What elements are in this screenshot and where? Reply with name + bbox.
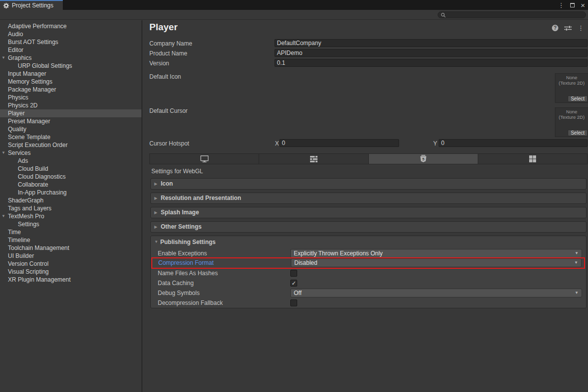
section-title: Icon <box>161 179 173 189</box>
sidebar-item-burst-aot-settings[interactable]: Burst AOT Settings <box>0 38 141 46</box>
sidebar-item-services[interactable]: ▼Services <box>0 149 141 157</box>
foldout-expanded-icon[interactable]: ▼ <box>1 54 5 62</box>
debug-symbols-dropdown[interactable]: Off▼ <box>290 289 582 297</box>
sidebar-item-version-control[interactable]: Version Control <box>0 260 141 268</box>
svg-text:5: 5 <box>422 157 424 161</box>
section-header-splash-image[interactable]: ▶Splash Image <box>150 207 587 218</box>
compression-format-dropdown[interactable]: Disabled▼ <box>291 258 582 267</box>
sidebar-item-audio[interactable]: Audio <box>0 30 141 38</box>
sidebar-item-visual-scripting[interactable]: Visual Scripting <box>0 268 141 276</box>
sidebar-item-physics-2d[interactable]: Physics 2D <box>0 101 141 109</box>
dropdown-value: Disabled <box>294 259 317 266</box>
sidebar-item-graphics[interactable]: ▼Graphics <box>0 54 141 62</box>
sidebar-item-time[interactable]: Time <box>0 228 141 236</box>
sidebar-item-label: XR Plugin Management <box>8 276 71 284</box>
maximize-icon[interactable] <box>570 3 575 7</box>
publishing-settings-header[interactable]: ▼ Publishing Settings <box>151 237 586 247</box>
sidebar-item-player[interactable]: Player <box>0 109 141 117</box>
presets-icon[interactable] <box>564 25 572 31</box>
sidebar-item-cloud-diagnostics[interactable]: Cloud Diagnostics <box>0 173 141 181</box>
sidebar-item-preset-manager[interactable]: Preset Manager <box>0 117 141 125</box>
webgl-html5-icon: 5 <box>420 155 427 163</box>
close-icon[interactable]: × <box>581 2 585 8</box>
sidebar-item-label: UI Builder <box>8 252 34 260</box>
sidebar-item-label: Audio <box>8 30 23 38</box>
page-title: Player <box>149 22 178 33</box>
default-icon-texture-slot[interactable]: None (Texture 2D) Select <box>555 73 588 103</box>
product-name-field[interactable]: APIDemo <box>274 49 588 57</box>
platform-tab-webgl-html5[interactable]: 5 <box>369 154 478 164</box>
hotspot-y-field[interactable]: 0 <box>439 139 588 147</box>
project-settings-window: Project Settings ⋮ × Adaptive Performanc… <box>0 0 588 392</box>
foldout-expanded-icon[interactable]: ▼ <box>1 149 5 157</box>
search-box[interactable] <box>438 11 586 18</box>
sidebar-item-urp-global-settings[interactable]: URP Global Settings <box>0 62 141 70</box>
row-data-caching: Data Caching✓ <box>151 278 586 288</box>
default-icon-select-button[interactable]: Select <box>568 96 588 102</box>
sidebar-item-textmesh-pro[interactable]: ▼TextMesh Pro <box>0 212 141 220</box>
sidebar-item-cloud-build[interactable]: Cloud Build <box>0 165 141 173</box>
sidebar-item-label: Ads <box>18 157 28 165</box>
sidebar-item-adaptive-performance[interactable]: Adaptive Performance <box>0 22 141 30</box>
sidebar-item-label: URP Global Settings <box>18 62 72 70</box>
dropdown-value: Off <box>294 290 302 296</box>
sidebar-item-label: Visual Scripting <box>8 268 49 276</box>
window-menu-icon[interactable]: ⋮ <box>558 2 564 8</box>
data-caching-checkbox[interactable]: ✓ <box>290 280 297 287</box>
hotspot-y-label: Y <box>433 140 437 147</box>
section-header-other-settings[interactable]: ▶Other Settings <box>150 221 587 233</box>
foldout-expanded-icon[interactable]: ▼ <box>1 212 5 220</box>
sidebar-item-collaborate[interactable]: Collaborate <box>0 181 141 189</box>
sidebar-item-in-app-purchasing[interactable]: In-App Purchasing <box>0 189 141 196</box>
row-compression-format: Compression FormatDisabled▼ <box>151 257 585 269</box>
version-field[interactable]: 0.1 <box>274 59 588 67</box>
panel-menu-icon[interactable]: ⋮ <box>578 25 584 31</box>
decompression-fallback-checkbox[interactable] <box>290 299 297 306</box>
name-files-as-hashes-label: Name Files As Hashes <box>158 268 218 278</box>
hotspot-x-field[interactable]: 0 <box>279 139 399 147</box>
sidebar-item-script-execution-order[interactable]: Script Execution Order <box>0 141 141 149</box>
sidebar-item-label: Input Manager <box>8 70 46 78</box>
company-name-label: Company Name <box>149 40 192 48</box>
sidebar-item-timeline[interactable]: Timeline <box>0 236 141 244</box>
sidebar-item-settings[interactable]: Settings <box>0 220 141 228</box>
sidebar-item-ads[interactable]: Ads <box>0 157 141 165</box>
sidebar-item-scene-template[interactable]: Scene Template <box>0 133 141 141</box>
sidebar-item-tags-and-layers[interactable]: Tags and Layers <box>0 204 141 212</box>
company-name-field[interactable]: DefaultCompany <box>274 39 588 47</box>
foldout-collapsed-icon: ▶ <box>154 222 157 232</box>
project-settings-tab[interactable]: Project Settings <box>0 0 63 10</box>
platform-tab-desktop[interactable] <box>150 154 259 164</box>
sidebar-item-editor[interactable]: Editor <box>0 46 141 54</box>
enable-exceptions-dropdown[interactable]: Explicitly Thrown Exceptions Only▼ <box>290 249 582 258</box>
section-header-icon[interactable]: ▶Icon <box>150 178 587 190</box>
sidebar-item-label: Collaborate <box>18 181 48 189</box>
default-cursor-texture-slot[interactable]: None (Texture 2D) Select <box>555 107 588 137</box>
sidebar-item-toolchain-management[interactable]: Toolchain Management <box>0 244 141 252</box>
sidebar-item-shadergraph[interactable]: ShaderGraph <box>0 196 141 204</box>
sidebar-item-physics[interactable]: Physics <box>0 94 141 101</box>
decompression-fallback-label: Decompression Fallback <box>158 298 223 308</box>
sidebar-item-label: Tags and Layers <box>8 204 51 212</box>
name-files-as-hashes-checkbox[interactable] <box>290 270 297 277</box>
sidebar-item-quality[interactable]: Quality <box>0 125 141 133</box>
sidebar-item-label: Physics 2D <box>8 101 38 109</box>
sidebar-item-package-manager[interactable]: Package Manager <box>0 86 141 94</box>
sidebar-item-label: Toolchain Management <box>8 244 69 252</box>
sidebar-item-label: In-App Purchasing <box>18 189 67 196</box>
sidebar-item-xr-plugin-management[interactable]: XR Plugin Management <box>0 276 141 284</box>
cursor-hotspot-label: Cursor Hotspot <box>149 140 189 147</box>
sidebar-item-input-manager[interactable]: Input Manager <box>0 70 141 78</box>
section-header-resolution-and-presentation[interactable]: ▶Resolution and Presentation <box>150 193 587 204</box>
publishing-settings-section: ▼ Publishing Settings Enable ExceptionsE… <box>150 236 587 308</box>
sidebar-item-label: Services <box>8 149 31 157</box>
platform-tab-windows[interactable] <box>478 154 587 164</box>
search-input[interactable] <box>448 12 583 18</box>
platform-tab-dedicated-server[interactable] <box>259 154 368 164</box>
default-cursor-select-button[interactable]: Select <box>568 130 588 136</box>
toolbar <box>0 10 588 20</box>
sidebar-item-memory-settings[interactable]: Memory Settings <box>0 78 141 86</box>
default-icon-label: Default Icon <box>149 73 181 81</box>
help-icon[interactable]: ? <box>552 25 558 31</box>
sidebar-item-ui-builder[interactable]: UI Builder <box>0 252 141 260</box>
